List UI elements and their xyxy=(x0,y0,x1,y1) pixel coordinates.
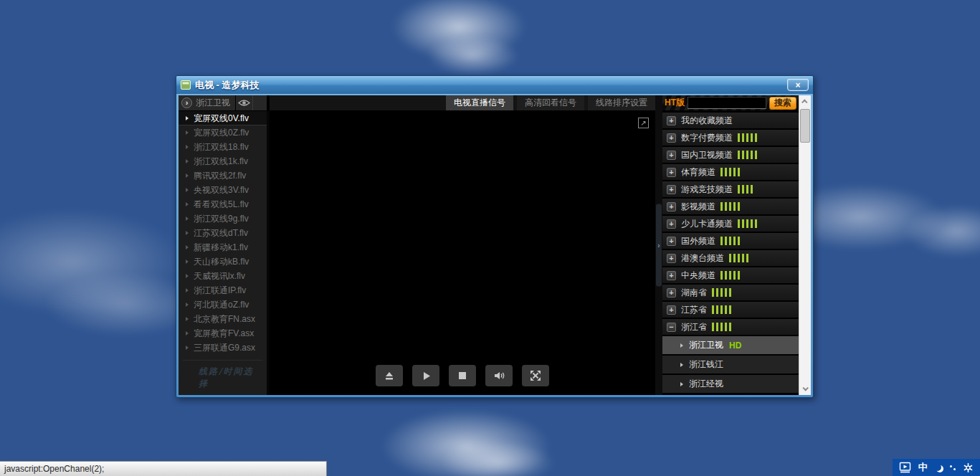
stream-label: 宽屏双线0Z.flv xyxy=(194,127,249,139)
category-row[interactable]: + 少儿卡通频道 xyxy=(662,216,799,232)
category-label: 国内卫视频道 xyxy=(681,149,733,161)
stream-label: 浙江双线1k.flv xyxy=(194,156,248,168)
category-row[interactable]: + 游戏竞技频道 xyxy=(662,181,799,197)
category-row[interactable]: − 浙江省 xyxy=(662,319,799,335)
category-row[interactable]: + 港澳台频道 xyxy=(662,250,799,266)
triangle-bullet-icon xyxy=(186,317,189,321)
category-row[interactable]: + 体育频道 xyxy=(662,164,799,180)
category-row[interactable]: + 数字付费频道 xyxy=(662,130,799,146)
volume-icon xyxy=(493,371,505,381)
stream-list-item[interactable]: 天山移动kB.flv xyxy=(179,254,267,269)
triangle-bullet-icon xyxy=(186,288,189,292)
stream-list-item[interactable]: 腾讯双线2f.flv xyxy=(179,168,267,183)
back-button[interactable]: › xyxy=(181,97,192,108)
gear-icon[interactable] xyxy=(963,462,974,473)
panel-scrollbar[interactable] xyxy=(799,95,811,395)
stream-label: 江苏双线dT.flv xyxy=(194,227,248,239)
stream-list-item[interactable]: 浙江双线9g.flv xyxy=(179,211,267,226)
stream-label: 三屏联通G9.asx xyxy=(194,342,255,354)
stream-list-item[interactable]: 浙江双线1k.flv xyxy=(179,154,267,168)
signal-bars-icon xyxy=(712,305,731,314)
stream-list-item[interactable]: 宽屏双线0Z.flv xyxy=(179,125,267,140)
expand-toggle-icon[interactable]: + xyxy=(667,219,676,229)
stream-list-item[interactable]: 江苏双线dT.flv xyxy=(179,226,267,240)
stream-list-item[interactable]: 新疆移动k1.flv xyxy=(179,240,267,254)
expand-toggle-icon[interactable]: + xyxy=(667,288,676,298)
expand-toggle-icon[interactable]: − xyxy=(667,323,676,332)
category-row[interactable]: + 国内卫视频道 xyxy=(662,147,799,163)
subchannel-row[interactable]: 浙江卫视 HD xyxy=(662,336,799,354)
category-row[interactable]: + 国外频道 xyxy=(662,233,799,249)
expand-toggle-icon[interactable]: + xyxy=(667,185,676,194)
category-row[interactable]: + 中央频道 xyxy=(662,267,799,283)
scroll-up-button[interactable] xyxy=(799,96,811,108)
stream-list-item[interactable]: 浙江联通IP.flv xyxy=(179,283,267,298)
dots-icon[interactable] xyxy=(950,463,956,472)
titlebar[interactable]: 电视 - 造梦科技 × xyxy=(176,76,813,94)
subchannel-row[interactable]: 浙江经视 xyxy=(662,375,799,393)
close-button[interactable]: × xyxy=(787,79,809,91)
triangle-bullet-icon xyxy=(186,202,189,206)
stream-list-item[interactable]: 北京教育FN.asx xyxy=(179,312,267,326)
category-label: 港澳台频道 xyxy=(681,252,724,265)
expand-toggle-icon[interactable]: + xyxy=(667,151,676,160)
signal-tab[interactable]: 高清回看信号 xyxy=(517,95,584,110)
triangle-bullet-icon xyxy=(186,346,189,350)
expand-toggle-icon[interactable]: + xyxy=(667,305,676,315)
chevron-right-icon: › xyxy=(657,242,660,249)
category-row[interactable]: + 影视频道 xyxy=(662,199,799,214)
expand-toggle-icon[interactable]: + xyxy=(667,254,676,263)
cloud xyxy=(441,441,556,476)
stream-list-item[interactable]: 看看双线5L.flv xyxy=(179,197,267,211)
volume-button[interactable] xyxy=(485,365,513,386)
expand-toggle-icon[interactable]: + xyxy=(667,168,676,177)
signal-bars-icon xyxy=(738,185,753,194)
triangle-bullet-icon xyxy=(680,343,683,348)
expand-toggle-icon[interactable]: + xyxy=(667,237,676,246)
ime-indicator[interactable]: 中 xyxy=(918,461,928,474)
panel-splitter[interactable]: › xyxy=(655,95,662,395)
search-button[interactable]: 搜索 xyxy=(769,97,796,110)
category-row[interactable]: + 湖南省 xyxy=(662,285,799,300)
expand-toggle-icon[interactable]: + xyxy=(667,116,676,125)
collapse-handle[interactable]: › xyxy=(656,204,662,287)
main-column: 电视直播信号 高清回看信号 线路排序设置 ↗ xyxy=(270,95,655,395)
category-row[interactable]: + 江苏省 xyxy=(662,302,799,318)
triangle-bullet-icon xyxy=(186,245,189,249)
expand-toggle-icon[interactable]: + xyxy=(667,133,676,143)
moon-icon[interactable] xyxy=(934,464,941,471)
eject-button[interactable] xyxy=(376,365,403,386)
tab-label: 高清回看信号 xyxy=(525,97,576,109)
search-input[interactable] xyxy=(688,97,766,109)
stream-list-item[interactable]: 天威视讯lx.flv xyxy=(179,269,267,283)
stream-list-item[interactable]: 浙江双线18.flv xyxy=(179,140,267,154)
stream-label: 天山移动kB.flv xyxy=(194,256,249,268)
stream-list-item[interactable]: 河北联通oZ.flv xyxy=(179,298,267,312)
scrollbar-thumb[interactable] xyxy=(800,109,810,143)
play-button[interactable] xyxy=(412,365,439,386)
subchannel-row[interactable]: 浙江钱江 xyxy=(662,356,799,373)
expand-toggle-icon[interactable]: + xyxy=(667,271,676,280)
stop-icon xyxy=(457,371,467,381)
popout-button[interactable]: ↗ xyxy=(638,118,649,128)
scroll-down-button[interactable] xyxy=(799,383,811,394)
stop-button[interactable] xyxy=(449,365,476,386)
fullscreen-button[interactable] xyxy=(522,365,549,386)
signal-bars-icon xyxy=(729,254,748,262)
triangle-bullet-icon xyxy=(186,260,189,264)
signal-tab[interactable]: 线路排序设置 xyxy=(588,95,655,110)
stream-list-item[interactable]: 央视双线3V.flv xyxy=(179,183,267,197)
video-area[interactable]: ↗ xyxy=(270,111,655,395)
signal-tab[interactable]: 电视直播信号 xyxy=(446,95,513,110)
stream-list-item[interactable]: 宽屏双线0V.flv xyxy=(179,111,267,125)
watch-button[interactable] xyxy=(235,95,253,110)
tv-app-window: 电视 - 造梦科技 × › 浙江卫视 线路/时间选择 xyxy=(176,75,814,398)
expand-toggle-icon[interactable]: + xyxy=(667,202,676,211)
category-row[interactable]: + 我的收藏频道 xyxy=(662,113,799,128)
signal-tabs: 电视直播信号 高清回看信号 线路排序设置 xyxy=(270,95,655,111)
stream-list-item[interactable]: 宽屏教育FV.asx xyxy=(179,326,267,341)
stream-list-item[interactable]: 三屏联通G9.asx xyxy=(179,341,267,355)
category-label: 影视频道 xyxy=(681,201,715,213)
media-player-icon[interactable] xyxy=(899,462,911,473)
triangle-bullet-icon xyxy=(186,116,189,120)
